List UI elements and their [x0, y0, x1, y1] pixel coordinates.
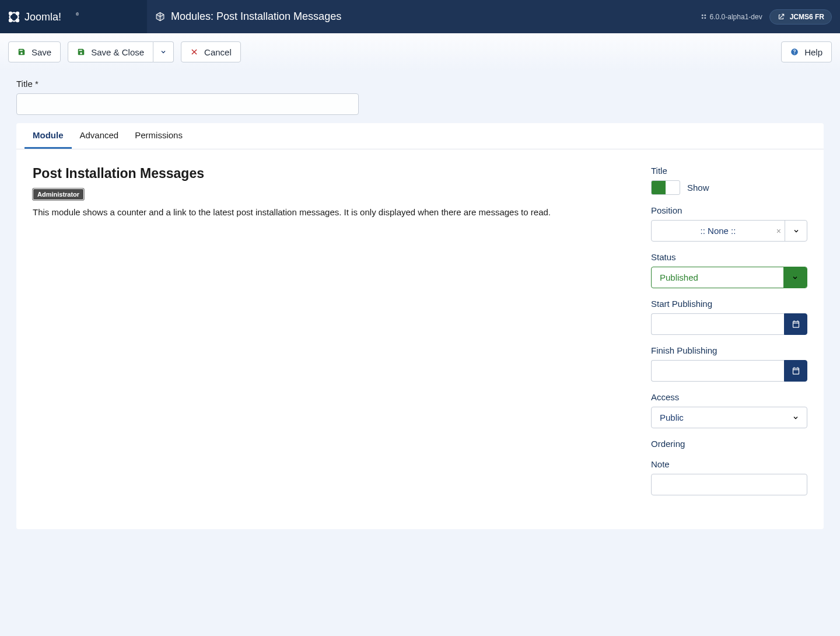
tab-advanced[interactable]: Advanced: [72, 123, 127, 149]
svg-text:®: ®: [76, 12, 79, 16]
header-right: 6.0.0-alpha1-dev JCMS6 FR: [701, 9, 840, 25]
title-toggle-text: Show: [687, 183, 709, 193]
save-button[interactable]: Save: [8, 41, 61, 62]
svg-point-6: [701, 15, 703, 16]
start-input[interactable]: [651, 313, 784, 335]
svg-point-2: [9, 18, 12, 22]
title-field: Title *: [16, 79, 824, 115]
cancel-button[interactable]: Cancel: [181, 41, 241, 62]
tab-permissions[interactable]: Permissions: [127, 123, 191, 149]
help-icon: [790, 48, 799, 56]
save-icon: [18, 48, 26, 56]
finish-calendar-button[interactable]: [784, 360, 807, 382]
status-label: Status: [651, 252, 807, 262]
panel-side: Title Show Position :: None :: ×: [651, 166, 807, 506]
chevron-down-icon: [160, 48, 167, 55]
page-title: Modules: Post Installation Messages: [171, 11, 341, 23]
joomla-mini-icon: [701, 13, 707, 20]
svg-point-7: [704, 15, 706, 16]
side-field-access: Access Public: [651, 392, 807, 428]
side-field-ordering: Ordering: [651, 439, 807, 449]
svg-point-8: [701, 17, 703, 19]
status-value: Published: [660, 272, 698, 282]
start-label: Start Publishing: [651, 299, 807, 309]
page-title-area: Modules: Post Installation Messages: [147, 11, 701, 23]
position-label: Position: [651, 205, 807, 215]
save-close-button[interactable]: Save & Close: [68, 41, 153, 62]
position-value: :: None ::: [701, 226, 736, 236]
access-label: Access: [651, 392, 807, 402]
save-close-group: Save & Close: [68, 41, 174, 62]
svg-point-9: [704, 17, 706, 19]
external-link-icon: [777, 13, 785, 21]
cube-icon: [155, 12, 165, 22]
joomla-logo-icon: Joomla! ®: [7, 10, 89, 24]
side-title-label: Title: [651, 166, 807, 176]
status-select[interactable]: Published: [651, 267, 807, 288]
access-arrow[interactable]: [785, 407, 807, 428]
help-button[interactable]: Help: [781, 41, 832, 62]
tab-module[interactable]: Module: [24, 123, 72, 149]
content: Title * Module Advanced Permissions Post…: [0, 71, 840, 546]
client-badge: Administrator: [33, 188, 84, 200]
position-select[interactable]: :: None :: ×: [651, 220, 807, 242]
version-text: 6.0.0-alpha1-dev: [710, 13, 762, 21]
tabs: Module Advanced Permissions: [16, 123, 824, 149]
chevron-down-icon: [792, 414, 799, 421]
side-field-position: Position :: None :: ×: [651, 205, 807, 242]
svg-text:Joomla!: Joomla!: [24, 11, 61, 23]
svg-point-1: [16, 11, 19, 15]
calendar-icon: [792, 366, 800, 375]
user-name: JCMS6 FR: [790, 13, 824, 21]
access-value: Public: [660, 413, 684, 422]
access-select[interactable]: Public: [651, 407, 807, 428]
toolbar: Save Save & Close Cancel Help: [0, 33, 840, 71]
help-label: Help: [804, 47, 822, 57]
chevron-down-icon: [793, 228, 800, 235]
note-label: Note: [651, 459, 807, 469]
status-arrow[interactable]: [783, 267, 807, 288]
app-header: Joomla! ® Modules: Post Installation Mes…: [0, 0, 840, 33]
module-description: This module shows a counter and a link t…: [33, 206, 628, 218]
title-toggle[interactable]: [651, 180, 680, 195]
close-icon: [190, 48, 198, 56]
brand-logo[interactable]: Joomla! ®: [0, 0, 147, 33]
version-badge[interactable]: 6.0.0-alpha1-dev: [701, 13, 762, 21]
start-calendar-button[interactable]: [784, 313, 807, 335]
ordering-label: Ordering: [651, 439, 807, 449]
position-arrow[interactable]: [785, 221, 807, 241]
user-badge[interactable]: JCMS6 FR: [769, 9, 832, 25]
save-close-label: Save & Close: [91, 47, 144, 57]
save-icon: [77, 48, 85, 56]
side-field-title: Title Show: [651, 166, 807, 195]
calendar-icon: [792, 320, 800, 329]
tab-card: Module Advanced Permissions Post Install…: [16, 123, 824, 529]
chevron-down-icon: [792, 274, 799, 281]
side-field-status: Status Published: [651, 252, 807, 288]
svg-point-3: [16, 18, 19, 22]
finish-input[interactable]: [651, 360, 784, 382]
side-field-start: Start Publishing: [651, 299, 807, 335]
title-label: Title *: [16, 79, 824, 89]
side-field-note: Note: [651, 459, 807, 495]
module-heading: Post Installation Messages: [33, 166, 628, 181]
finish-label: Finish Publishing: [651, 345, 807, 355]
title-input[interactable]: [16, 93, 359, 115]
tab-panel: Post Installation Messages Administrator…: [16, 149, 824, 529]
position-clear-icon[interactable]: ×: [776, 226, 781, 236]
svg-point-0: [9, 11, 12, 15]
note-input[interactable]: [651, 474, 807, 495]
save-label: Save: [32, 47, 51, 57]
save-dropdown-button[interactable]: [153, 41, 174, 62]
cancel-label: Cancel: [204, 47, 232, 57]
side-field-finish: Finish Publishing: [651, 345, 807, 382]
panel-main: Post Installation Messages Administrator…: [33, 166, 628, 506]
